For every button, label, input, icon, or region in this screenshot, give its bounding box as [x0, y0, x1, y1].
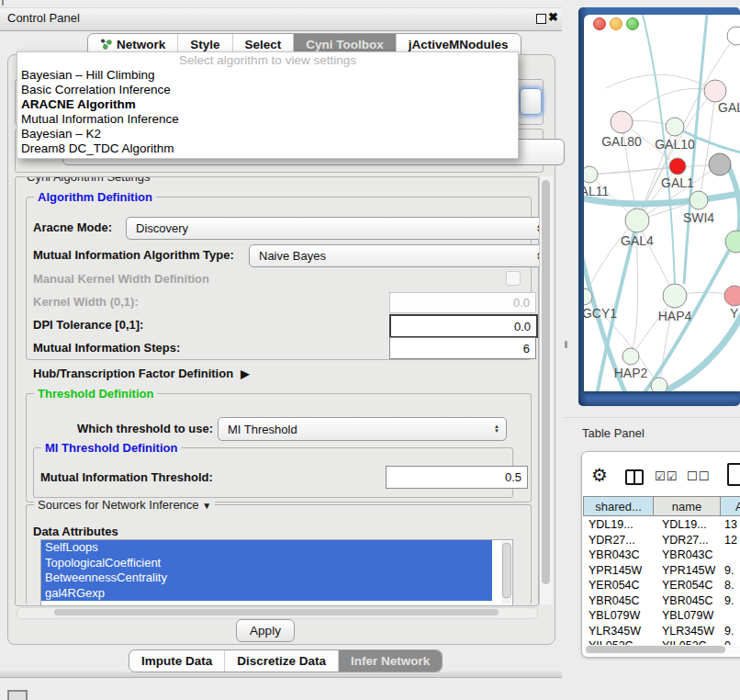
table-row[interactable]: YBR045CYBR045C9.	[582, 593, 740, 609]
minimize-traffic-light[interactable]	[610, 17, 622, 30]
close-traffic-light[interactable]	[593, 17, 606, 30]
settings-vscroll-thumb[interactable]	[542, 180, 550, 584]
network-node[interactable]	[666, 118, 684, 136]
network-view-window[interactable]: GALGAL80GAL10GAL1GAL11SWI4GAL4GCY1HAP4YH…	[584, 15, 740, 391]
table-row[interactable]: YER054CYER054C8.	[582, 578, 740, 593]
settings-group-title: Cyni Algorithm Settings	[23, 176, 153, 184]
table-rows: YDL19...YDL19...13YDR27...YDR27...12YBR0…	[582, 517, 740, 645]
algorithm-option[interactable]: Bayesian – K2	[17, 127, 518, 141]
dpi-tolerance-label: DPI Tolerance [0,1]:	[33, 318, 143, 332]
table-row[interactable]: YLR345WYLR345W9.	[582, 624, 740, 639]
tab-infer-network[interactable]: Infer Network	[339, 650, 442, 672]
network-node[interactable]	[663, 284, 687, 308]
table-row[interactable]: YDR27...YDR27...12	[582, 533, 740, 548]
tab-impute-data[interactable]: Impute Data	[129, 650, 225, 672]
list-scrollbar-thumb[interactable]	[502, 543, 511, 598]
attribute-list-item[interactable]: TopologicalCoefficient	[41, 556, 492, 571]
network-node[interactable]	[611, 111, 633, 133]
algorithm-option[interactable]: Basic Correlation Inference	[17, 83, 518, 97]
network-node[interactable]	[709, 153, 731, 175]
table-row[interactable]: YDL19...YDL19...13	[582, 517, 740, 533]
network-node[interactable]	[622, 348, 639, 365]
network-node-label: GAL11	[584, 184, 609, 198]
float-window-icon[interactable]	[536, 14, 546, 24]
file-icon[interactable]	[727, 463, 740, 486]
network-edge	[637, 220, 675, 296]
kernel-width-field[interactable]: 0.0	[389, 292, 536, 313]
network-node[interactable]	[704, 80, 726, 102]
mi-steps-field[interactable]: 6	[389, 337, 536, 359]
dpi-tolerance-field[interactable]: 0.0	[389, 314, 538, 338]
control-panel-title: Control Panel	[7, 11, 80, 25]
network-node-label: GAL	[718, 100, 740, 115]
data-attributes-list[interactable]: SelfLoopsTopologicalCoefficientBetweenne…	[40, 539, 513, 606]
table-cell: 9.	[721, 593, 740, 609]
settings-horizontal-scrollbar	[17, 607, 538, 619]
table-row[interactable]: YBR043CYBR043C	[582, 548, 740, 563]
algorithm-option[interactable]: Mutual Information Inference	[17, 112, 518, 127]
cyni-bottom-tabbar: Impute Data Discretize Data Infer Networ…	[129, 649, 443, 672]
network-node[interactable]	[584, 166, 598, 183]
network-node[interactable]	[625, 209, 649, 232]
kernel-width-label: Kernel Width (0,1):	[33, 295, 139, 309]
table-cell: YLR345W	[582, 624, 654, 639]
mi-threshold-field[interactable]: 0.5	[386, 466, 528, 489]
tab-discretize-data[interactable]: Discretize Data	[225, 650, 339, 672]
algorithm-option[interactable]: ARACNE Algorithm	[17, 97, 518, 112]
close-icon[interactable]: ✖	[548, 10, 558, 24]
hub-definition-expander[interactable]: Hub/Transcription Factor Definition ▶	[33, 367, 249, 380]
manual-kernel-checkbox[interactable]	[506, 271, 521, 286]
network-node-label: GAL1	[661, 175, 694, 190]
top-edge-mark	[2, 0, 4, 6]
algorithm-option[interactable]: Bayesian – Hill Climbing	[17, 68, 518, 83]
gear-icon[interactable]: ⚙	[591, 464, 608, 486]
network-node-label: HAP4	[658, 309, 692, 323]
attribute-list-item[interactable]: SelfLoops	[41, 540, 492, 556]
table-hscroll-thumb[interactable]	[586, 646, 725, 653]
mi-threshold-group-title: MI Threshold Definition	[41, 441, 181, 455]
table-cell: YBR045C	[582, 593, 654, 609]
column-header-name[interactable]: name	[653, 496, 721, 516]
which-threshold-combo[interactable]: MI Threshold ▲▼	[218, 417, 507, 441]
table-row[interactable]: YBL079WYBL079W	[582, 608, 740, 624]
mi-type-combo[interactable]: Naive Bayes ▲▼	[249, 244, 549, 267]
apply-button[interactable]: Apply	[236, 619, 295, 642]
mi-type-label: Mutual Information Algorithm Type:	[33, 248, 234, 262]
tab-label: Network	[117, 38, 165, 51]
algorithm-combo-fragment[interactable]	[520, 88, 542, 115]
column-header-shared[interactable]: shared...	[583, 496, 654, 516]
control-panel-titlebar	[0, 7, 562, 31]
aracne-mode-combo[interactable]: Discovery ▲▼	[126, 217, 549, 240]
table-cell: YIL052C	[654, 638, 721, 645]
settings-hscroll-thumb[interactable]	[54, 609, 499, 615]
attribute-list-item[interactable]: BetweennessCentrality	[41, 570, 492, 586]
table-cell: YBR043C	[654, 548, 721, 563]
table-cell: YIL052C	[582, 638, 654, 645]
split-columns-icon[interactable]	[625, 469, 644, 485]
table-cell: YLR345W	[654, 624, 721, 639]
network-node[interactable]	[724, 286, 740, 306]
network-node[interactable]	[669, 158, 686, 175]
algorithm-option[interactable]: Dream8 DC_TDC Algorithm	[17, 141, 518, 156]
table-horizontal-scrollbar	[584, 645, 740, 654]
zoom-traffic-light[interactable]	[626, 17, 639, 30]
network-node[interactable]	[651, 378, 667, 391]
network-canvas[interactable]: GALGAL80GAL10GAL1GAL11SWI4GAL4GCY1HAP4YH…	[584, 15, 740, 391]
network-node[interactable]	[690, 191, 708, 209]
network-node-label: GAL4	[621, 233, 654, 248]
deselect-all-checkboxes-icon[interactable]: ☐☐	[687, 469, 710, 483]
attribute-list-item[interactable]: gal4RGexp	[41, 586, 492, 602]
algorithm-dropdown[interactable]: Select algorithm to view settings Bayesi…	[17, 51, 519, 159]
table-cell: YBL079W	[654, 608, 721, 624]
column-header-partial[interactable]: A	[720, 496, 740, 516]
table-row[interactable]: YIL052CYIL052C0.	[582, 638, 740, 645]
minimized-window-icon[interactable]	[7, 690, 28, 700]
settings-vertical-scrollbar	[539, 176, 553, 604]
network-node[interactable]	[727, 27, 740, 45]
list-scrollbar	[501, 541, 511, 604]
panel-splitter-handle[interactable]	[565, 341, 567, 348]
select-all-checkboxes-icon[interactable]: ☑☑	[655, 469, 678, 483]
table-row[interactable]: YPR145WYPR145W9.	[582, 563, 740, 579]
collapse-arrow-icon[interactable]: ▼	[202, 501, 211, 511]
algorithm-definition-title: Algorithm Definition	[34, 190, 156, 204]
